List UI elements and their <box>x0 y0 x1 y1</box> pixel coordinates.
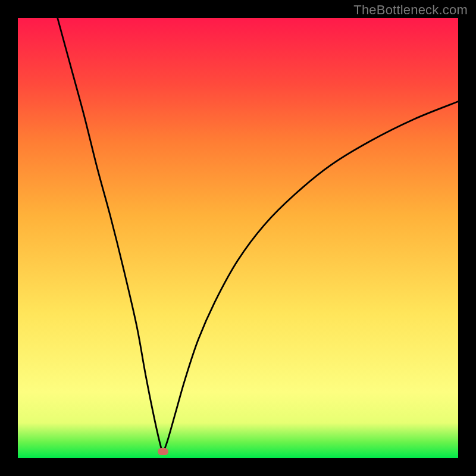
watermark-label: TheBottleneck.com <box>353 2 468 18</box>
curve-svg <box>18 18 458 458</box>
marker-dot <box>158 448 168 455</box>
chart-frame: TheBottleneck.com <box>0 0 476 476</box>
plot-area <box>18 18 458 458</box>
bottleneck-curve <box>58 18 458 452</box>
